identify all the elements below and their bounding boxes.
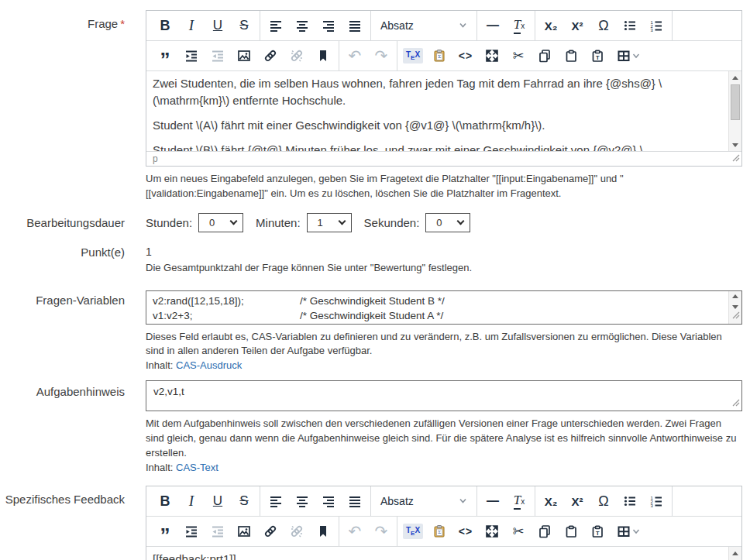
paragraph-format-select[interactable]: Absatz [373,488,474,514]
chevron-down-icon [230,218,238,225]
feedback-editor-scrollbar[interactable] [728,547,741,560]
frage-label: Frage* [0,10,125,201]
frage-editor-scrollbar[interactable] [728,71,741,151]
paragraph-format-select[interactable]: Absatz [373,12,474,39]
source-code-icon[interactable]: <> [452,43,479,69]
align-left-icon[interactable] [263,488,289,514]
undo-icon[interactable]: ↶ [342,518,368,545]
stunden-select[interactable]: 0 [198,213,243,232]
superscript-icon[interactable]: X² [564,12,590,39]
scrollbar-thumb[interactable] [731,84,740,120]
indent-icon[interactable] [178,518,205,545]
unlink-icon[interactable] [284,518,310,545]
table-icon[interactable] [611,43,646,69]
aufgabenhinweis-textarea[interactable]: v2,v1,t [146,380,742,411]
chevron-down-icon [459,19,467,32]
minuten-select[interactable]: 1 [307,213,352,232]
italic-icon[interactable]: I [178,12,205,39]
outdent-icon[interactable] [205,43,231,69]
frage-paragraph: Zwei Studenten, die im selben Haus wohne… [153,75,722,109]
sekunden-select[interactable]: 0 [425,213,470,232]
strikethrough-icon[interactable]: S [231,488,257,514]
feedback-editor-content[interactable]: [[feedback:prt1]] [146,547,741,560]
scroll-up-icon[interactable] [729,71,741,84]
punkte-value: 1 [146,246,742,258]
paste-math-icon[interactable]: Σ [426,43,452,69]
numbered-list-icon[interactable]: 123 [643,12,669,39]
unlink-icon[interactable] [284,43,310,69]
table-icon[interactable] [611,518,646,545]
paste-math-icon[interactable]: Σ [426,518,452,545]
resize-handle-icon[interactable] [732,397,740,409]
numbered-list-icon[interactable]: 123 [643,488,669,514]
special-character-icon[interactable]: Ω [590,488,617,514]
align-right-icon[interactable] [315,488,342,514]
align-center-icon[interactable] [289,488,315,514]
code-comment: /* Geschwindigkeit Student B */ [300,294,445,308]
link-icon[interactable] [257,518,284,545]
blockquote-icon[interactable]: ” [152,518,178,545]
horizontal-rule-icon[interactable]: — [480,12,506,39]
outdent-icon[interactable] [205,518,231,545]
image-icon[interactable] [231,518,257,545]
cas-text-link[interactable]: CAS-Text [176,462,218,473]
blockquote-icon[interactable]: ” [152,43,178,69]
resize-handle-icon[interactable] [732,308,740,322]
resize-handle-icon[interactable] [732,153,740,164]
punkte-label: Punkt(e) [0,246,125,276]
underline-icon[interactable]: U [205,12,231,39]
cut-icon[interactable]: ✂ [505,43,532,69]
special-character-icon[interactable]: Ω [590,12,617,39]
clear-formatting-icon[interactable]: Tx [506,12,532,39]
link-icon[interactable] [257,43,284,69]
scroll-up-icon[interactable] [729,547,741,559]
cut-icon[interactable]: ✂ [505,518,532,545]
fullscreen-icon[interactable] [479,518,505,545]
bullet-list-icon[interactable] [617,488,643,514]
align-justify-icon[interactable] [342,488,368,514]
element-path[interactable]: p [153,153,158,164]
indent-icon[interactable] [178,43,205,69]
align-center-icon[interactable] [289,12,315,39]
fragen-variablen-row: Fragen-Variablen v2:rand([12,15,18]); /*… [0,290,750,374]
align-right-icon[interactable] [315,12,342,39]
image-icon[interactable] [231,43,257,69]
undo-icon[interactable]: ↶ [342,43,368,69]
aufgabenhinweis-row: Aufgabenhinweis v2,v1,t Mit dem Aufgaben… [0,380,750,475]
redo-icon[interactable]: ↷ [368,43,394,69]
bullet-list-icon[interactable] [617,12,643,39]
scroll-up-icon[interactable] [729,291,741,302]
paste-as-text-icon[interactable]: T [584,518,611,545]
bookmark-icon[interactable] [310,43,336,69]
underline-icon[interactable]: U [205,488,231,514]
tex-icon[interactable]: TEX [400,518,426,545]
copy-icon[interactable] [532,518,558,545]
redo-icon[interactable]: ↷ [368,518,394,545]
clear-formatting-icon[interactable]: Tx [506,488,532,514]
bold-icon[interactable]: B [152,488,178,514]
subscript-icon[interactable]: X₂ [538,12,564,39]
align-justify-icon[interactable] [342,12,368,39]
paste-as-text-icon[interactable]: T [584,43,611,69]
fullscreen-icon[interactable] [479,43,505,69]
frage-editor-statusbar: p [146,151,741,166]
paste-icon[interactable] [558,43,584,69]
stunden-label: Stunden: [146,216,192,229]
paste-icon[interactable] [558,518,584,545]
tex-icon[interactable]: TEX [400,43,426,69]
frage-editor-content[interactable]: Zwei Studenten, die im selben Haus wohne… [146,71,741,151]
bookmark-icon[interactable] [310,518,336,545]
horizontal-rule-icon[interactable]: — [480,488,506,514]
scroll-down-icon[interactable] [729,139,741,151]
fragen-variablen-scrollbar[interactable] [728,291,741,324]
cas-ausdruck-link[interactable]: CAS-Ausdruck [176,359,242,371]
fragen-variablen-textarea[interactable]: v2:rand([12,15,18]); /* Geschwindigkeit … [146,290,742,325]
source-code-icon[interactable]: <> [452,518,479,545]
superscript-icon[interactable]: X² [564,488,590,514]
align-left-icon[interactable] [263,12,289,39]
strikethrough-icon[interactable]: S [231,12,257,39]
bold-icon[interactable]: B [152,12,178,39]
subscript-icon[interactable]: X₂ [538,488,564,514]
italic-icon[interactable]: I [178,488,205,514]
copy-icon[interactable] [532,43,558,69]
